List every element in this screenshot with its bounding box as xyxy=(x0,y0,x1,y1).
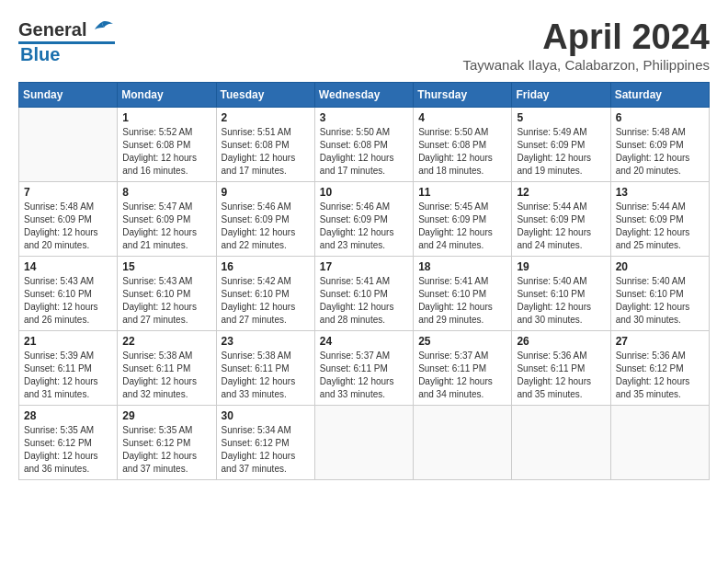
day-info: Sunrise: 5:35 AMSunset: 6:12 PMDaylight:… xyxy=(122,424,210,476)
day-info: Sunrise: 5:52 AMSunset: 6:08 PMDaylight:… xyxy=(122,126,210,178)
day-number: 4 xyxy=(418,111,506,124)
day-info: Sunrise: 5:38 AMSunset: 6:11 PMDaylight:… xyxy=(122,350,210,401)
day-number: 23 xyxy=(222,335,310,348)
day-number: 26 xyxy=(517,335,605,348)
day-number: 9 xyxy=(222,186,310,199)
weekday-header-friday: Friday xyxy=(512,82,610,107)
title-section: April 2024 Taywanak Ilaya, Calabarzon, P… xyxy=(463,18,710,73)
calendar-cell: 29Sunrise: 5:35 AMSunset: 6:12 PMDayligh… xyxy=(118,405,216,479)
calendar-week-row: 1Sunrise: 5:52 AMSunset: 6:08 PMDaylight… xyxy=(19,107,710,181)
day-info: Sunrise: 5:42 AMSunset: 6:10 PMDaylight:… xyxy=(222,275,310,327)
calendar-cell: 13Sunrise: 5:44 AMSunset: 6:09 PMDayligh… xyxy=(610,181,709,256)
day-info: Sunrise: 5:34 AMSunset: 6:12 PMDaylight:… xyxy=(222,424,310,476)
day-info: Sunrise: 5:46 AMSunset: 6:09 PMDaylight:… xyxy=(320,201,408,252)
calendar-cell: 21Sunrise: 5:39 AMSunset: 6:11 PMDayligh… xyxy=(19,330,118,405)
weekday-header-saturday: Saturday xyxy=(610,82,709,107)
day-info: Sunrise: 5:37 AMSunset: 6:11 PMDaylight:… xyxy=(320,350,408,401)
day-number: 29 xyxy=(122,409,210,422)
calendar-cell xyxy=(314,405,413,479)
calendar-body: 1Sunrise: 5:52 AMSunset: 6:08 PMDaylight… xyxy=(19,107,710,479)
day-number: 2 xyxy=(222,111,310,124)
day-number: 28 xyxy=(24,409,112,422)
calendar-week-row: 28Sunrise: 5:35 AMSunset: 6:12 PMDayligh… xyxy=(19,405,710,479)
day-info: Sunrise: 5:41 AMSunset: 6:10 PMDaylight:… xyxy=(320,275,408,327)
day-number: 3 xyxy=(320,111,408,124)
day-info: Sunrise: 5:39 AMSunset: 6:11 PMDaylight:… xyxy=(24,350,112,401)
day-info: Sunrise: 5:43 AMSunset: 6:10 PMDaylight:… xyxy=(24,275,112,327)
month-title: April 2024 xyxy=(463,18,710,57)
weekday-header-tuesday: Tuesday xyxy=(216,82,314,107)
logo-blue: Blue xyxy=(20,44,60,64)
calendar-cell: 14Sunrise: 5:43 AMSunset: 6:10 PMDayligh… xyxy=(19,256,118,330)
day-number: 10 xyxy=(320,186,408,199)
calendar-cell: 18Sunrise: 5:41 AMSunset: 6:10 PMDayligh… xyxy=(414,256,512,330)
calendar-cell: 26Sunrise: 5:36 AMSunset: 6:11 PMDayligh… xyxy=(512,330,610,405)
calendar-cell: 30Sunrise: 5:34 AMSunset: 6:12 PMDayligh… xyxy=(216,405,314,479)
day-info: Sunrise: 5:47 AMSunset: 6:09 PMDaylight:… xyxy=(122,201,210,252)
calendar-cell: 4Sunrise: 5:50 AMSunset: 6:08 PMDaylight… xyxy=(414,107,512,181)
day-number: 19 xyxy=(517,260,605,273)
calendar-cell: 11Sunrise: 5:45 AMSunset: 6:09 PMDayligh… xyxy=(414,181,512,256)
day-number: 1 xyxy=(122,111,210,124)
calendar-cell: 23Sunrise: 5:38 AMSunset: 6:11 PMDayligh… xyxy=(216,330,314,405)
day-number: 17 xyxy=(320,260,408,273)
calendar-cell: 7Sunrise: 5:48 AMSunset: 6:09 PMDaylight… xyxy=(19,181,118,256)
day-info: Sunrise: 5:50 AMSunset: 6:08 PMDaylight:… xyxy=(320,126,408,178)
day-number: 13 xyxy=(616,186,704,199)
calendar-cell xyxy=(610,405,709,479)
day-number: 21 xyxy=(24,335,112,348)
day-info: Sunrise: 5:50 AMSunset: 6:08 PMDaylight:… xyxy=(418,126,506,178)
day-info: Sunrise: 5:46 AMSunset: 6:09 PMDaylight:… xyxy=(222,201,310,252)
day-number: 18 xyxy=(418,260,506,273)
calendar-cell: 20Sunrise: 5:40 AMSunset: 6:10 PMDayligh… xyxy=(610,256,709,330)
calendar-cell: 28Sunrise: 5:35 AMSunset: 6:12 PMDayligh… xyxy=(19,405,118,479)
calendar-cell: 25Sunrise: 5:37 AMSunset: 6:11 PMDayligh… xyxy=(414,330,512,405)
day-number: 6 xyxy=(616,111,704,124)
calendar-week-row: 21Sunrise: 5:39 AMSunset: 6:11 PMDayligh… xyxy=(19,330,710,405)
calendar-header-row: SundayMondayTuesdayWednesdayThursdayFrid… xyxy=(19,82,710,107)
weekday-header-sunday: Sunday xyxy=(19,82,118,107)
day-info: Sunrise: 5:44 AMSunset: 6:09 PMDaylight:… xyxy=(616,201,704,252)
logo-general: General xyxy=(18,19,86,40)
calendar-cell: 1Sunrise: 5:52 AMSunset: 6:08 PMDaylight… xyxy=(118,107,216,181)
day-number: 14 xyxy=(24,260,112,273)
day-info: Sunrise: 5:37 AMSunset: 6:11 PMDaylight:… xyxy=(418,350,506,401)
calendar-cell: 16Sunrise: 5:42 AMSunset: 6:10 PMDayligh… xyxy=(216,256,314,330)
day-number: 30 xyxy=(222,409,310,422)
calendar-cell: 10Sunrise: 5:46 AMSunset: 6:09 PMDayligh… xyxy=(314,181,413,256)
calendar-cell xyxy=(512,405,610,479)
day-info: Sunrise: 5:40 AMSunset: 6:10 PMDaylight:… xyxy=(616,275,704,327)
calendar-cell: 6Sunrise: 5:48 AMSunset: 6:09 PMDaylight… xyxy=(610,107,709,181)
calendar-week-row: 7Sunrise: 5:48 AMSunset: 6:09 PMDaylight… xyxy=(19,181,710,256)
calendar-cell: 22Sunrise: 5:38 AMSunset: 6:11 PMDayligh… xyxy=(118,330,216,405)
day-number: 7 xyxy=(24,186,112,199)
day-info: Sunrise: 5:36 AMSunset: 6:12 PMDaylight:… xyxy=(616,350,704,401)
day-number: 16 xyxy=(222,260,310,273)
day-number: 24 xyxy=(320,335,408,348)
calendar-cell: 15Sunrise: 5:43 AMSunset: 6:10 PMDayligh… xyxy=(118,256,216,330)
day-info: Sunrise: 5:40 AMSunset: 6:10 PMDaylight:… xyxy=(517,275,605,327)
calendar-cell: 27Sunrise: 5:36 AMSunset: 6:12 PMDayligh… xyxy=(610,330,709,405)
logo: General Blue xyxy=(18,18,115,65)
calendar-cell xyxy=(414,405,512,479)
day-number: 27 xyxy=(616,335,704,348)
day-info: Sunrise: 5:48 AMSunset: 6:09 PMDaylight:… xyxy=(24,201,112,252)
day-info: Sunrise: 5:48 AMSunset: 6:09 PMDaylight:… xyxy=(616,126,704,178)
calendar-cell: 5Sunrise: 5:49 AMSunset: 6:09 PMDaylight… xyxy=(512,107,610,181)
logo-bird-icon xyxy=(89,18,115,40)
day-number: 20 xyxy=(616,260,704,273)
day-number: 8 xyxy=(122,186,210,199)
day-info: Sunrise: 5:36 AMSunset: 6:11 PMDaylight:… xyxy=(517,350,605,401)
calendar-cell: 3Sunrise: 5:50 AMSunset: 6:08 PMDaylight… xyxy=(314,107,413,181)
calendar-cell: 19Sunrise: 5:40 AMSunset: 6:10 PMDayligh… xyxy=(512,256,610,330)
page-header: General Blue April 2024 Taywanak Ilaya, … xyxy=(18,18,710,73)
calendar-cell xyxy=(19,107,118,181)
day-number: 11 xyxy=(418,186,506,199)
calendar-cell: 12Sunrise: 5:44 AMSunset: 6:09 PMDayligh… xyxy=(512,181,610,256)
calendar-cell: 2Sunrise: 5:51 AMSunset: 6:08 PMDaylight… xyxy=(216,107,314,181)
calendar-cell: 17Sunrise: 5:41 AMSunset: 6:10 PMDayligh… xyxy=(314,256,413,330)
day-info: Sunrise: 5:41 AMSunset: 6:10 PMDaylight:… xyxy=(418,275,506,327)
location: Taywanak Ilaya, Calabarzon, Philippines xyxy=(463,57,710,73)
calendar-cell: 8Sunrise: 5:47 AMSunset: 6:09 PMDaylight… xyxy=(118,181,216,256)
calendar-cell: 24Sunrise: 5:37 AMSunset: 6:11 PMDayligh… xyxy=(314,330,413,405)
